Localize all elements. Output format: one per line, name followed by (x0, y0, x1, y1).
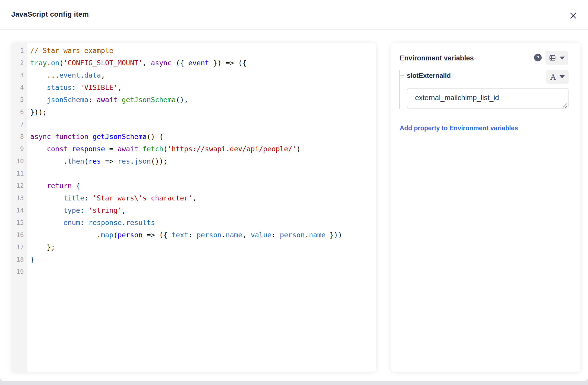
help-button[interactable]: ? (534, 54, 542, 61)
add-property-link[interactable]: Add property to Environment variables (400, 124, 518, 132)
table-view-dropdown-button[interactable] (546, 51, 568, 65)
code-line: jsonSchema: await getJsonSchema(), (30, 94, 376, 106)
code-line: title: 'Star wars\'s character', (30, 192, 376, 204)
code-line: })); (30, 106, 376, 118)
line-number: 3 (12, 69, 27, 81)
code-line: async function getJsonSchema() { (30, 131, 376, 143)
line-number: 16 (12, 229, 27, 241)
line-number: 9 (12, 143, 27, 155)
line-number: 8 (12, 131, 27, 143)
code-line: tray.on('CONFIG_SLOT_MOUNT', async ({ ev… (30, 57, 376, 69)
env-panel-title: Environment variables (400, 54, 474, 62)
code-line: return { (30, 180, 376, 192)
code-line (30, 167, 376, 180)
config-modal: JavaScript config item 12345678910111213… (0, 0, 588, 381)
property-value-input[interactable]: external_mailchimp_list_id (407, 88, 569, 109)
line-number: 4 (12, 81, 27, 94)
code-input-area[interactable]: // Star wars exampletray.on('CONFIG_SLOT… (28, 43, 376, 372)
chevron-down-icon (560, 75, 565, 78)
line-number: 15 (12, 217, 27, 229)
code-line (30, 118, 376, 131)
code-line: ...event.data, (30, 69, 376, 81)
line-number: 18 (12, 253, 27, 266)
string-type-icon: A (550, 73, 556, 81)
code-line: status: 'VISIBLE', (30, 81, 376, 94)
line-number: 7 (12, 118, 27, 131)
help-icon: ? (536, 55, 539, 60)
code-line: .map(person => ({ text: person.name, val… (30, 229, 376, 241)
code-line: .then(res => res.json()); (30, 155, 376, 167)
code-line: enum: response.results (30, 217, 376, 229)
modal-title: JavaScript config item (11, 10, 89, 18)
line-number: 14 (12, 204, 27, 217)
line-number: 12 (12, 180, 27, 192)
code-line: const response = await fetch('https://sw… (30, 143, 376, 155)
close-icon (570, 12, 576, 20)
line-number: 1 (12, 45, 27, 57)
modal-header: JavaScript config item (0, 0, 588, 30)
code-line (30, 266, 376, 278)
line-number: 17 (12, 241, 27, 253)
code-editor: 12345678910111213141516171819 // Star wa… (12, 43, 376, 372)
string-type-dropdown-button[interactable]: A (546, 70, 569, 84)
code-line: }; (30, 241, 376, 253)
close-button[interactable] (567, 10, 579, 22)
code-line: // Star wars example (30, 45, 376, 57)
line-number: 19 (12, 266, 27, 278)
line-number: 11 (12, 167, 27, 180)
editor-gutter: 12345678910111213141516171819 (12, 43, 27, 372)
line-number: 6 (12, 106, 27, 118)
tree-connector-dash (399, 75, 404, 76)
table-icon (549, 54, 556, 62)
property-name-label: slotExternalId (407, 72, 451, 80)
code-line: type: 'string', (30, 204, 376, 217)
line-number: 10 (12, 155, 27, 167)
environment-variables-panel: Environment variables ? slotExternalId A… (391, 43, 580, 372)
line-number: 2 (12, 57, 27, 69)
chevron-down-icon (560, 57, 565, 60)
line-number: 13 (12, 192, 27, 204)
line-number: 5 (12, 94, 27, 106)
code-line: } (30, 253, 376, 266)
